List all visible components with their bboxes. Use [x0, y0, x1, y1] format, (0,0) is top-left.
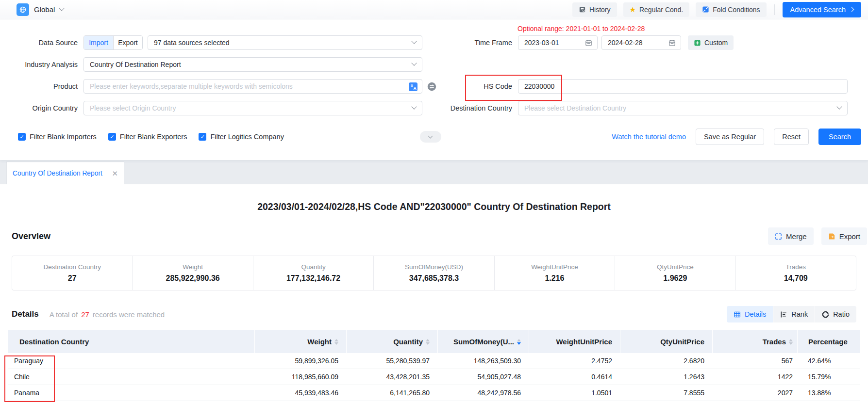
tutorial-link[interactable]: Watch the tutorial demo — [612, 133, 686, 141]
exchange-icon[interactable] — [427, 82, 436, 91]
save-as-regular-button[interactable]: Save as Regular — [696, 129, 764, 145]
data-source-label: Data Source — [0, 39, 78, 47]
matched-records-text: A total of 27 records were matched — [50, 310, 165, 319]
export-button[interactable]: Export — [821, 227, 867, 245]
filter-blank-importers-checkbox[interactable]: ✓ Filter Blank Importers — [18, 133, 97, 141]
ratio-icon — [822, 311, 829, 318]
view-rank-button[interactable]: Rank — [773, 306, 815, 322]
cell-quantity: 55,280,539.97 — [346, 357, 437, 365]
sort-trades[interactable] — [789, 339, 793, 345]
cell-qty-unit-price: 7.8555 — [620, 389, 712, 397]
table-row[interactable]: Paraguay 59,899,326.05 55,280,539.97 148… — [8, 353, 860, 369]
cell-weight: 118,985,660.09 — [254, 373, 346, 381]
industry-select[interactable]: Country Of Destination Report — [83, 57, 422, 72]
col-weight: Weight — [254, 330, 346, 353]
hs-code-input-wrap — [518, 79, 848, 94]
col-label: Quantity — [393, 338, 423, 346]
product-input-wrap: A — [83, 79, 422, 94]
tab-country-of-destination-report[interactable]: Country Of Destination Report ✕ — [6, 161, 124, 184]
close-icon[interactable]: ✕ — [112, 170, 118, 177]
table-row[interactable]: Chile 118,985,660.09 43,428,201.35 54,90… — [8, 369, 860, 385]
filter-blank-exporters-checkbox[interactable]: ✓ Filter Blank Exporters — [108, 133, 187, 141]
view-ratio-button[interactable]: Ratio — [815, 306, 856, 322]
stat-value: 177,132,146.72 — [286, 274, 340, 283]
cell-sum-of-money: 148,263,509.30 — [437, 357, 529, 365]
industry-fields: Country Of Destination Report — [83, 57, 422, 72]
product-fields: A — [83, 79, 422, 94]
row-data-source: Data Source Import Export 97 data source… — [0, 35, 868, 50]
date-start-input[interactable]: 2023-03-01 — [518, 35, 598, 50]
data-source-fields: Import Export 97 data sources selected — [83, 35, 422, 50]
product-input[interactable] — [84, 80, 422, 93]
cell-quantity: 43,428,201.35 — [346, 373, 437, 381]
cell-percentage: 15.79% — [797, 373, 868, 381]
stat-value: 14,709 — [784, 274, 808, 283]
col-label: Weight — [307, 338, 332, 346]
globe-icon — [17, 3, 29, 16]
row-industry: Industry Analysis Country Of Destination… — [0, 57, 868, 72]
data-sources-select[interactable]: 97 data sources selected — [148, 35, 422, 50]
cell-weight-unit-price: 1.0501 — [529, 389, 620, 397]
advanced-search-button[interactable]: Advanced Search — [783, 2, 861, 17]
origin-select[interactable]: Please select Origin Country — [83, 101, 422, 115]
sort-sum-of-money[interactable] — [517, 339, 521, 345]
search-button[interactable]: Search — [818, 129, 861, 145]
data-sources-value: 97 data sources selected — [154, 39, 230, 47]
cell-country: Paraguay — [8, 357, 254, 365]
translate-icon[interactable]: A — [409, 82, 417, 91]
sort-caret-up-icon — [789, 339, 793, 341]
history-button[interactable]: History — [572, 2, 617, 17]
filter-logistics-company-checkbox[interactable]: ✓ Filter Logitics Company — [199, 133, 284, 141]
details-header: Details A total of 27 records were match… — [12, 306, 856, 323]
advanced-search-label: Advanced Search — [790, 6, 846, 14]
custom-range-button[interactable]: Custom — [688, 35, 734, 50]
col-weight-unit-price: WeightUnitPrice — [529, 330, 620, 353]
reset-button[interactable]: Reset — [774, 129, 809, 145]
sort-weight[interactable] — [334, 339, 338, 345]
date-end-input[interactable]: 2024-02-28 — [601, 35, 681, 50]
export-label: Export — [839, 232, 860, 241]
sort-quantity[interactable] — [426, 339, 430, 345]
stat-label: Quantity — [301, 263, 325, 271]
export-icon — [828, 233, 835, 240]
view-details-button[interactable]: Details — [727, 306, 773, 322]
col-label: Trades — [763, 338, 786, 346]
chevron-down-icon — [411, 38, 417, 44]
destination-select[interactable]: Please select Destination Country — [518, 101, 848, 115]
destination-fields: Please select Destination Country — [518, 101, 848, 115]
topbar: Global History ★ Regular Cond. Fold Cond… — [0, 0, 868, 19]
stat-label: WeightUnitPrice — [531, 263, 578, 271]
table-row[interactable]: Panama 45,939,483.46 6,141,265.80 48,242… — [8, 385, 860, 401]
merge-button[interactable]: Merge — [768, 227, 814, 245]
rank-icon — [780, 311, 787, 318]
table-header: Destination Country Weight Quantity SumO… — [8, 330, 860, 353]
fold-icon — [702, 6, 709, 13]
overview-header: Overview Merge Export — [12, 227, 867, 245]
chevron-down-icon — [836, 104, 842, 109]
stat-value: 1.216 — [545, 274, 564, 283]
sort-caret-down-icon — [426, 342, 430, 345]
export-option[interactable]: Export — [113, 36, 142, 49]
col-destination-country: Destination Country — [8, 330, 254, 353]
report-title: 2023/03/01-2024/02/28,HS Code AND"220300… — [12, 200, 856, 213]
origin-label: Origin Country — [0, 104, 78, 112]
stat-label: Trades — [785, 263, 806, 271]
fold-conditions-button[interactable]: Fold Conditions — [696, 2, 766, 17]
tab-title: Country Of Destination Report — [13, 170, 102, 177]
chevron-down-icon — [411, 60, 417, 65]
details-table: Destination Country Weight Quantity SumO… — [8, 330, 860, 401]
time-frame-fields: 2023-03-01 2024-02-28 — [518, 35, 848, 50]
cell-country: Chile — [8, 373, 254, 381]
import-export-toggle: Import Export — [83, 35, 143, 50]
calendar-icon — [585, 39, 592, 47]
import-option[interactable]: Import — [84, 36, 113, 49]
filter-actions-row: ✓ Filter Blank Importers ✓ Filter Blank … — [0, 128, 868, 145]
regular-cond-button[interactable]: ★ Regular Cond. — [623, 2, 690, 17]
region-selector[interactable]: Global — [17, 3, 64, 16]
destination-label: Destination Country — [437, 104, 512, 112]
history-icon — [579, 6, 586, 13]
hs-code-input[interactable] — [518, 80, 847, 93]
divider — [774, 4, 775, 15]
collapse-filters-toggle[interactable] — [420, 131, 441, 143]
view-ratio-label: Ratio — [833, 310, 850, 318]
